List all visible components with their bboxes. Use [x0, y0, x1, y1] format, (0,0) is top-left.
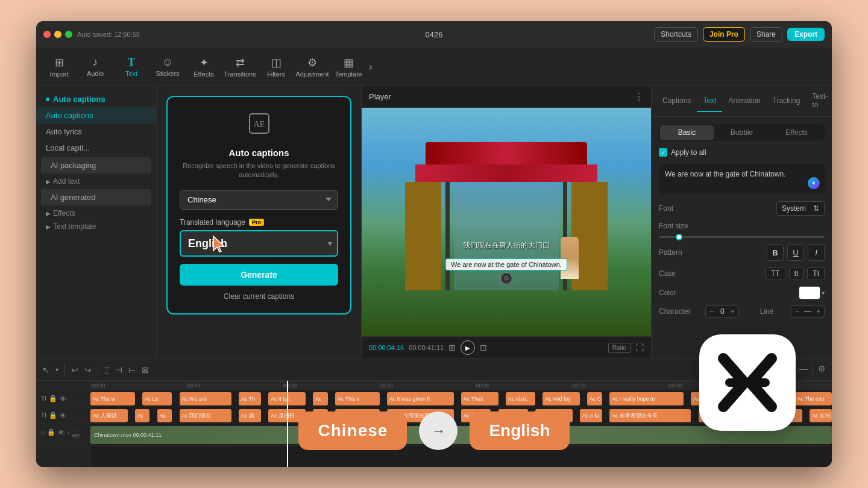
clip-1-1[interactable]: Aε The w: [90, 392, 135, 405]
playhead[interactable]: [287, 381, 288, 467]
clip-1-4[interactable]: Aε Th: [239, 392, 261, 405]
nav-effects[interactable]: ▶ Effects: [36, 207, 156, 220]
close-button[interactable]: [43, 31, 51, 38]
grid-icon[interactable]: ⊞: [448, 343, 456, 352]
nav-auto-captions-header[interactable]: Auto captions: [36, 91, 156, 107]
clip-1-16[interactable]: Aε The coo: [795, 392, 832, 405]
share-button[interactable]: Share: [750, 27, 782, 42]
play-button[interactable]: ▶: [461, 340, 475, 355]
underline-button[interactable]: U: [787, 244, 804, 261]
language-select[interactable]: Chinese English Japanese: [180, 190, 338, 210]
tab-text-to[interactable]: Text-to: [806, 86, 832, 116]
maximize-button[interactable]: [65, 31, 72, 38]
character-increment[interactable]: +: [731, 307, 735, 316]
tool-text[interactable]: T Text: [113, 51, 149, 83]
tool-effects[interactable]: ✦ Effects: [186, 51, 222, 83]
clip-2-18[interactable]: Aε 在街上品: [810, 409, 832, 422]
shortcuts-button[interactable]: Shortcuts: [654, 27, 698, 42]
toolbar-more-icon[interactable]: ›: [369, 61, 372, 72]
minus-icon[interactable]: —: [799, 364, 808, 376]
clip-1-11[interactable]: Aε And loy: [542, 392, 580, 405]
case-lower[interactable]: tt: [789, 267, 804, 280]
select-dropdown[interactable]: ▾: [55, 366, 58, 373]
nav-ai-packaging[interactable]: AI packaging: [41, 157, 151, 174]
eye-icon-2[interactable]: 👁: [60, 412, 66, 419]
select-tool[interactable]: ↖: [42, 365, 49, 375]
style-tab-basic[interactable]: Basic: [660, 125, 714, 140]
clip-2-2[interactable]: Aε: [135, 409, 150, 422]
audio-icon-v[interactable]: ♪: [67, 430, 70, 436]
line-decrement[interactable]: −: [795, 307, 799, 316]
nav-auto-captions[interactable]: Auto captions: [36, 107, 156, 124]
italic-button[interactable]: I: [808, 244, 825, 261]
nav-auto-lyrics[interactable]: Auto lyrics: [36, 124, 156, 140]
clip-2-11[interactable]: Aε 也在: [498, 409, 528, 422]
nav-add-text[interactable]: ▶ Add text: [36, 175, 156, 188]
tab-animation[interactable]: Animation: [722, 90, 766, 112]
font-size-thumb[interactable]: [676, 234, 682, 240]
caption-drag-handle[interactable]: ⊙: [500, 272, 512, 284]
tool-transitions[interactable]: ⇄ Transitions: [222, 51, 258, 83]
line-increment[interactable]: +: [816, 307, 820, 316]
minimize-button[interactable]: [54, 31, 61, 38]
clip-2-4[interactable]: Aε 我们现在: [180, 409, 231, 422]
tool-filters[interactable]: ◫ Filters: [258, 51, 294, 83]
clip-2-7[interactable]: Aε: [313, 409, 328, 422]
color-swatch[interactable]: [799, 286, 820, 299]
style-tab-bubble[interactable]: Bubble: [715, 125, 769, 140]
clip-2-13[interactable]: Aε A fa: [580, 409, 602, 422]
case-title[interactable]: Tt: [807, 267, 825, 280]
clip-1-9[interactable]: Aε Thes: [461, 392, 498, 405]
clip-2-14[interactable]: Aε 非常希望在今天: [609, 409, 691, 422]
ai-icon[interactable]: ✦: [808, 177, 820, 189]
trim-end-tool[interactable]: ⊢: [128, 365, 136, 375]
settings-icon[interactable]: ⚙: [818, 364, 826, 376]
clip-2-3[interactable]: Aε: [157, 409, 172, 422]
tab-tracking[interactable]: Tracking: [767, 90, 807, 112]
lock-icon-2[interactable]: 🔒: [49, 411, 57, 419]
character-decrement[interactable]: −: [709, 307, 714, 316]
tab-captions[interactable]: Captions: [656, 90, 697, 112]
nav-ai-generated[interactable]: AI generated: [41, 189, 151, 205]
translate-language-select[interactable]: English Chinese Spanish: [180, 230, 338, 257]
tab-text[interactable]: Text: [697, 90, 722, 112]
trim-start-tool[interactable]: ⊣: [115, 365, 122, 375]
clip-2-12[interactable]: Aε 还有恩考: [535, 409, 573, 422]
fullscreen-icon[interactable]: ⛶: [635, 343, 644, 352]
eye-icon-1[interactable]: 👁: [60, 395, 66, 402]
clear-captions-button[interactable]: Clear current captions: [180, 292, 338, 301]
eye-icon-v[interactable]: 👁: [58, 429, 64, 436]
redo-button[interactable]: ↪: [84, 365, 92, 375]
clip-2-8[interactable]: Aε 这个身: [335, 409, 380, 422]
nav-local-captions[interactable]: Local capti...: [36, 140, 156, 156]
case-upper[interactable]: TT: [766, 267, 785, 280]
delete-tool[interactable]: ⊠: [142, 365, 149, 375]
tool-template[interactable]: ▦ Template: [330, 51, 366, 83]
clip-1-8[interactable]: Aε It was given fr: [387, 392, 454, 405]
clip-2-10[interactable]: Aε 这四: [461, 409, 491, 422]
clip-1-12[interactable]: Aε C: [587, 392, 602, 405]
clip-1-6[interactable]: Aε: [313, 392, 328, 405]
generate-button[interactable]: Generate: [180, 264, 338, 286]
lock-icon-1[interactable]: 🔒: [49, 395, 57, 402]
tool-audio[interactable]: ♪ Audio: [77, 51, 113, 83]
nav-text-template[interactable]: ▶ Text template: [36, 220, 156, 233]
font-select[interactable]: System ⇅: [776, 201, 825, 216]
clip-1-7[interactable]: Aε This v: [335, 392, 380, 405]
clip-2-9[interactable]: Aε 是台湾送给旧金: [387, 409, 454, 422]
apply-all-checkbox[interactable]: ✓: [659, 148, 667, 157]
clip-1-13[interactable]: Aε I really hope to: [609, 392, 684, 405]
clip-1-10[interactable]: Aε Also,: [506, 392, 535, 405]
join-pro-button[interactable]: Join Pro: [703, 27, 745, 42]
screenshot-icon[interactable]: ⊡: [480, 343, 487, 352]
tool-adjustment[interactable]: ⚙ Adjustment: [294, 51, 330, 83]
lock-icon-v[interactable]: 🔒: [47, 428, 55, 436]
tool-import[interactable]: ⊞ Import: [41, 51, 77, 83]
tool-stickers[interactable]: ☺ Stickers: [149, 51, 186, 83]
style-tab-effects[interactable]: Effects: [770, 125, 823, 140]
undo-button[interactable]: ↩: [71, 365, 78, 375]
bold-button[interactable]: B: [767, 244, 784, 261]
clip-2-1[interactable]: Aε 人间烘: [90, 409, 128, 422]
clip-1-2[interactable]: Aε Le: [142, 392, 172, 405]
player-menu-icon[interactable]: ⋮: [634, 91, 644, 102]
